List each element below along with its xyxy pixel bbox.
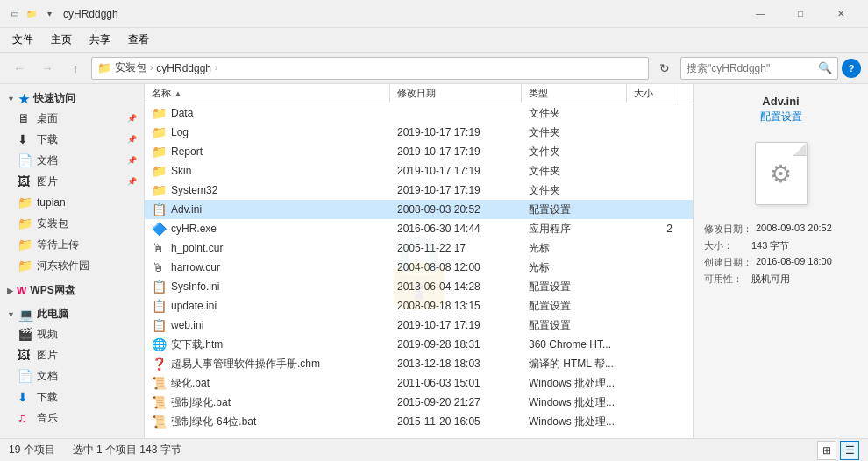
refresh-button[interactable]: ↻ bbox=[652, 56, 677, 81]
file-name-6: cyHR.exe bbox=[171, 223, 217, 235]
search-box[interactable]: 🔍 bbox=[680, 57, 838, 80]
preview-gear-icon: ⚙ bbox=[770, 160, 792, 188]
menu-share[interactable]: 共享 bbox=[81, 29, 119, 51]
col-header-date[interactable]: 修改日期 bbox=[390, 84, 522, 103]
file-date-12: 2019-09-28 18:31 bbox=[390, 338, 522, 351]
file-name-10: update.ini bbox=[171, 300, 217, 312]
close-button[interactable]: ✕ bbox=[821, 0, 861, 28]
grid-view-button[interactable]: ⊞ bbox=[817, 441, 836, 460]
file-type-11: 配置设置 bbox=[522, 318, 627, 333]
file-date-1: 2019-10-17 17:19 bbox=[390, 126, 522, 138]
sidebar-item-tupian[interactable]: 📁 tupian bbox=[0, 192, 144, 213]
file-name-0: Data bbox=[171, 107, 193, 119]
file-icon-11: 📋 bbox=[152, 318, 167, 332]
file-icon-9: 📋 bbox=[152, 280, 167, 294]
table-row[interactable]: 📁 Report 2019-10-17 17:19 文件夹 bbox=[145, 142, 693, 161]
table-row[interactable]: 📜 强制绿化.bat 2015-09-20 21:27 Windows 批处理.… bbox=[145, 393, 693, 412]
window-icon-3: ▾ bbox=[42, 7, 56, 21]
table-row[interactable]: 📁 Log 2019-10-17 17:19 文件夹 bbox=[145, 123, 693, 142]
col-header-type[interactable]: 类型 bbox=[522, 84, 627, 103]
table-row[interactable]: 📜 绿化.bat 2011-06-03 15:01 Windows 批处理... bbox=[145, 373, 693, 393]
table-row[interactable]: ❓ 超易人事管理软件操作手册.chm 2013-12-18 18:03 编译的 … bbox=[145, 354, 693, 373]
sidebar-item-install[interactable]: 📁 安装包 bbox=[0, 213, 144, 234]
address-path-2: cyHRddggh bbox=[156, 62, 211, 74]
main-area: ▼ ★ 快速访问 🖥 桌面 📌 ⬇ 下载 📌 📄 文档 📌 🖼 图片 bbox=[0, 84, 868, 438]
file-icon-12: 🌐 bbox=[152, 337, 167, 351]
table-row[interactable]: 📋 Adv.ini 2008-09-03 20:52 配置设置 bbox=[145, 200, 693, 219]
file-icon-10: 📋 bbox=[152, 299, 167, 313]
sidebar-item-downloads[interactable]: ⬇ 下载 📌 bbox=[0, 129, 144, 150]
minimize-button[interactable]: — bbox=[740, 0, 780, 28]
table-row[interactable]: 🖱 harrow.cur 2004-08-08 12:00 光标 bbox=[145, 258, 693, 277]
help-button[interactable]: ? bbox=[842, 59, 861, 78]
sidebar-item-label-dl: 下载 bbox=[37, 390, 58, 405]
sidebar-item-wait-upload[interactable]: 📁 等待上传 bbox=[0, 234, 144, 255]
sidebar-item-label-hedong: 河东软件园 bbox=[37, 259, 89, 273]
window-controls: — □ ✕ bbox=[740, 0, 861, 28]
menu-file[interactable]: 文件 bbox=[4, 29, 42, 51]
file-icon-0: 📁 bbox=[152, 106, 167, 120]
sidebar-item-hedong[interactable]: 📁 河东软件园 bbox=[0, 255, 144, 276]
sidebar-item-label-video: 视频 bbox=[37, 327, 58, 342]
maximize-button[interactable]: □ bbox=[780, 0, 821, 28]
sidebar-item-docs[interactable]: 📄 文档 📌 bbox=[0, 150, 144, 171]
sidebar-item-images[interactable]: 🖼 图片 bbox=[0, 344, 144, 365]
file-date-8: 2004-08-08 12:00 bbox=[390, 261, 522, 273]
sidebar-item-video[interactable]: 🎬 视频 bbox=[0, 323, 144, 344]
up-button[interactable]: ↑ bbox=[63, 56, 88, 81]
quick-access-arrow: ▼ bbox=[7, 95, 15, 103]
title-bar-icons: ▭ 📁 ▾ bbox=[7, 7, 56, 21]
address-bar[interactable]: 📁 安装包 › cyHRddggh › bbox=[91, 57, 649, 80]
table-row[interactable]: 🌐 安下载.htm 2019-09-28 18:31 360 Chrome HT… bbox=[145, 335, 693, 354]
sidebar: ▼ ★ 快速访问 🖥 桌面 📌 ⬇ 下载 📌 📄 文档 📌 🖼 图片 bbox=[0, 84, 145, 438]
install-icon: 📁 bbox=[18, 216, 33, 230]
sidebar-item-music[interactable]: ♫ 音乐 bbox=[0, 408, 144, 429]
sidebar-item-pictures[interactable]: 🖼 图片 📌 bbox=[0, 171, 144, 192]
sidebar-item-desktop[interactable]: 🖥 桌面 📌 bbox=[0, 108, 144, 129]
table-row[interactable]: 📁 Skin 2019-10-17 17:19 文件夹 bbox=[145, 161, 693, 181]
sidebar-item-label-docs: 文档 bbox=[37, 153, 58, 168]
this-pc-arrow: ▼ bbox=[7, 310, 15, 319]
list-view-button[interactable]: ☰ bbox=[840, 441, 859, 460]
file-name-9: SysInfo.ini bbox=[171, 280, 219, 293]
sidebar-item-dl[interactable]: ⬇ 下载 bbox=[0, 387, 144, 408]
preview-size-value: 143 字节 bbox=[751, 239, 789, 252]
table-row[interactable]: 📋 SysInfo.ini 2013-06-04 14:28 配置设置 bbox=[145, 277, 693, 296]
table-row[interactable]: 🖱 h_point.cur 2005-11-22 17 光标 bbox=[145, 238, 693, 258]
preview-filetype: 配置设置 bbox=[760, 110, 802, 124]
this-pc-section: ▼ 💻 此电脑 🎬 视频 🖼 图片 📄 文档 ⬇ 下载 ♫ bbox=[0, 303, 144, 429]
sidebar-item-label-tupian: tupian bbox=[37, 196, 66, 209]
file-date-3: 2019-10-17 17:19 bbox=[390, 165, 522, 177]
table-row[interactable]: 📁 System32 2019-10-17 17:19 文件夹 bbox=[145, 181, 693, 200]
file-name-2: Report bbox=[171, 145, 203, 158]
table-row[interactable]: 📋 web.ini 2019-10-17 17:19 配置设置 bbox=[145, 316, 693, 335]
col-header-size[interactable]: 大小 bbox=[627, 84, 679, 103]
sidebar-item-label-wait: 等待上传 bbox=[37, 238, 79, 252]
computer-icon: 💻 bbox=[18, 308, 33, 322]
file-icon-6: 🔷 bbox=[152, 222, 167, 236]
wps-header[interactable]: ▶ W WPS网盘 bbox=[0, 280, 144, 300]
documents-icon: 📄 bbox=[18, 369, 33, 383]
file-type-1: 文件夹 bbox=[522, 125, 627, 140]
table-row[interactable]: 📋 update.ini 2008-09-18 13:15 配置设置 bbox=[145, 296, 693, 316]
table-row[interactable]: 📁 Data 文件夹 bbox=[145, 103, 693, 123]
this-pc-header[interactable]: ▼ 💻 此电脑 bbox=[0, 303, 144, 323]
file-type-2: 文件夹 bbox=[522, 145, 627, 160]
wps-section: ▶ W WPS网盘 bbox=[0, 280, 144, 300]
file-icon-2: 📁 bbox=[152, 145, 167, 159]
quick-access-header[interactable]: ▼ ★ 快速访问 bbox=[0, 88, 144, 108]
back-button[interactable]: ← bbox=[7, 56, 32, 81]
file-name-11: web.ini bbox=[171, 319, 203, 331]
menu-home[interactable]: 主页 bbox=[42, 29, 81, 51]
menu-view[interactable]: 查看 bbox=[119, 29, 158, 51]
col-header-name[interactable]: 名称 ▲ bbox=[145, 84, 390, 103]
forward-button[interactable]: → bbox=[35, 56, 60, 81]
search-input[interactable] bbox=[687, 62, 815, 74]
sidebar-item-documents[interactable]: 📄 文档 bbox=[0, 365, 144, 387]
file-date-7: 2005-11-22 17 bbox=[390, 242, 522, 254]
table-row[interactable]: 📜 强制绿化-64位.bat 2015-11-20 16:05 Windows … bbox=[145, 412, 693, 431]
table-row[interactable]: 🔷 cyHR.exe 2016-06-30 14:44 应用程序 2 bbox=[145, 219, 693, 238]
file-icon-8: 🖱 bbox=[152, 260, 167, 274]
pictures-icon: 🖼 bbox=[18, 174, 33, 188]
docs-icon: 📄 bbox=[18, 153, 33, 167]
